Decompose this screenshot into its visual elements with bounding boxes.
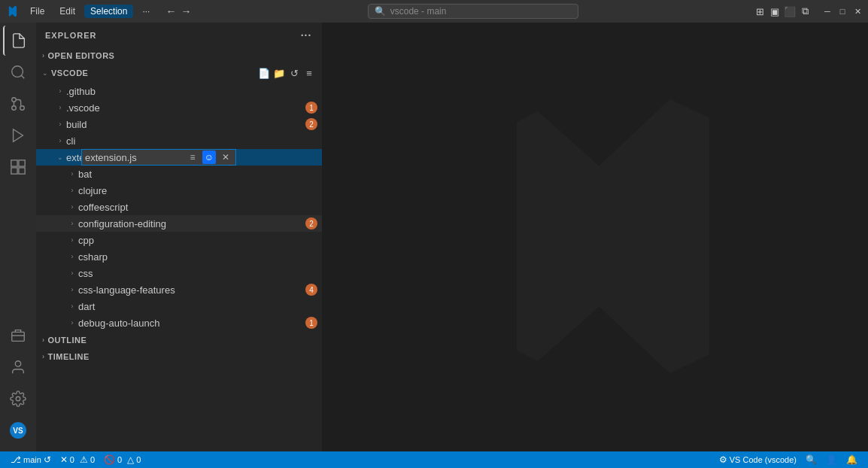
tree-item-css-language-features[interactable]: › css-language-features 4	[36, 281, 322, 298]
tree-label-github: .github	[66, 86, 322, 97]
menu-edit[interactable]: Edit	[53, 5, 81, 18]
tree-item-coffeescript[interactable]: › coffeescript	[36, 199, 322, 215]
collapse-button[interactable]: ≡	[302, 66, 316, 80]
open-editors-label: OPEN EDITORS	[48, 51, 115, 60]
tree-item-configuration-editing[interactable]: › configuration-editing 2	[36, 215, 322, 232]
tree-item-extensions[interactable]: ⌄ extensions ≡ ☺ ✕	[36, 149, 322, 166]
outline-section[interactable]: › OUTLINE	[36, 333, 322, 348]
vscode-title: VSCODE	[51, 68, 257, 77]
timeline-chevron-icon: ›	[42, 353, 45, 360]
split-editor-icon[interactable]: ⧉	[799, 5, 811, 17]
status-remote-errors[interactable]: 🚫 0 △ 0	[99, 451, 145, 468]
tree-label-csharp: csharp	[78, 251, 322, 263]
tree-item-bat[interactable]: › bat	[36, 166, 322, 182]
tree-item-css[interactable]: › css	[36, 265, 322, 281]
tree-item-csharp[interactable]: › csharp	[36, 248, 322, 265]
badge-debug-auto-launch: 1	[305, 317, 317, 329]
activity-avatar[interactable]: VS	[3, 415, 33, 445]
activity-bar: VS	[0, 23, 36, 451]
tree-label-debug-auto-launch: debug-auto-launch	[78, 318, 305, 329]
confirm-rename-icon[interactable]: ☺	[202, 150, 216, 164]
panel-toggle-icon[interactable]: ⬛	[784, 5, 796, 17]
tree-label-dart: dart	[78, 301, 322, 312]
status-error-count: 0	[70, 455, 74, 464]
rename-input-field[interactable]	[85, 152, 183, 163]
badge-vscode: 1	[305, 102, 317, 114]
tree-item-github[interactable]: › .github	[36, 83, 322, 99]
status-notifications[interactable]: 🔔	[842, 451, 862, 468]
menu-file[interactable]: File	[24, 5, 50, 18]
minimize-button[interactable]: ─	[823, 7, 832, 16]
vscode-header[interactable]: ⌄ VSCODE 📄 📁 ↺ ≡	[36, 63, 322, 83]
rename-input-container: ≡ ☺ ✕	[81, 149, 236, 166]
sync-icon: ↺	[44, 454, 51, 465]
filter-rename-icon[interactable]: ≡	[186, 150, 199, 164]
tree-item-cpp[interactable]: › cpp	[36, 232, 322, 248]
layout-icon[interactable]: ⊞	[754, 5, 766, 17]
status-warning-count: 0	[90, 455, 95, 464]
tree-item-cli[interactable]: › cli	[36, 132, 322, 149]
activity-source-control[interactable]	[3, 89, 33, 119]
settings-icon	[10, 391, 26, 407]
search-icon: 🔍	[375, 6, 386, 17]
tree-item-debug-auto-launch[interactable]: › debug-auto-launch 1	[36, 315, 322, 331]
vscode-chevron-icon: ⌄	[42, 69, 48, 77]
chevron-configuration-editing-icon: ›	[66, 217, 78, 229]
status-errors[interactable]: ✕ 0 ⚠ 0	[56, 451, 99, 468]
sidebar-more-button[interactable]: ···	[299, 29, 313, 42]
outline-label: OUTLINE	[48, 336, 87, 345]
vscode-logo-icon	[6, 5, 18, 17]
tree-item-vscode[interactable]: › .vscode 1	[36, 99, 322, 116]
tree-item-dart[interactable]: › dart	[36, 298, 322, 315]
badge-configuration-editing: 2	[305, 217, 317, 229]
close-rename-icon[interactable]: ✕	[219, 150, 232, 164]
nav-back-button[interactable]: ←	[165, 5, 177, 17]
nav-forward-button[interactable]: →	[180, 5, 192, 17]
status-zoom[interactable]: 🔍	[801, 451, 821, 468]
chevron-github-icon: ›	[54, 85, 66, 97]
activity-settings[interactable]	[3, 384, 33, 414]
sidebar-toggle-icon[interactable]: ▣	[769, 5, 781, 17]
timeline-section[interactable]: › TIMELINE	[36, 349, 322, 364]
svg-point-4	[12, 106, 17, 111]
status-project-name: VS Code (vscode)	[730, 455, 797, 464]
svg-marker-5	[14, 129, 23, 142]
chevron-cpp-icon: ›	[66, 234, 78, 246]
close-button[interactable]: ✕	[853, 7, 862, 16]
menu-selection[interactable]: Selection	[84, 5, 133, 18]
search-bar[interactable]: 🔍 vscode - main	[368, 4, 578, 19]
chevron-csharp-icon: ›	[66, 251, 78, 263]
activity-remote[interactable]	[3, 321, 33, 351]
run-icon	[10, 127, 26, 144]
activity-explorer[interactable]	[3, 26, 33, 56]
restore-button[interactable]: □	[838, 7, 847, 16]
svg-rect-8	[11, 168, 17, 174]
activity-account[interactable]	[3, 352, 33, 382]
explorer-content[interactable]: › OPEN EDITORS ⌄ VSCODE 📄 📁 ↺ ≡	[36, 48, 322, 451]
chevron-css-icon: ›	[66, 267, 78, 279]
remote-error-icon: 🚫	[104, 454, 115, 465]
new-file-button[interactable]: 📄	[257, 66, 271, 80]
new-folder-button[interactable]: 📁	[272, 66, 286, 80]
svg-point-3	[12, 98, 17, 102]
activity-run-debug[interactable]	[3, 120, 33, 150]
chevron-clojure-icon: ›	[66, 184, 78, 196]
account-icon	[10, 359, 26, 375]
status-branch-name: main	[23, 455, 41, 464]
tree-label-build: build	[66, 119, 305, 130]
status-account[interactable]: 👤	[821, 451, 842, 468]
open-editors-section[interactable]: › OPEN EDITORS	[36, 48, 322, 63]
sidebar-header: EXPLORER ···	[36, 23, 322, 48]
tree-label-cli: cli	[66, 135, 322, 147]
search-text: vscode - main	[390, 6, 447, 17]
svg-point-13	[16, 397, 20, 401]
refresh-button[interactable]: ↺	[287, 66, 301, 80]
menu-more[interactable]: ···	[136, 5, 156, 18]
tree-item-build[interactable]: › build 2	[36, 116, 322, 132]
activity-extensions[interactable]	[3, 152, 33, 182]
status-branch[interactable]: ⎇ main ↺	[6, 451, 56, 468]
status-project[interactable]: ⚙ VS Code (vscode)	[715, 451, 801, 468]
activity-search[interactable]	[3, 57, 33, 87]
tree-item-clojure[interactable]: › clojure	[36, 182, 322, 199]
chevron-extensions-icon: ⌄	[54, 151, 66, 163]
